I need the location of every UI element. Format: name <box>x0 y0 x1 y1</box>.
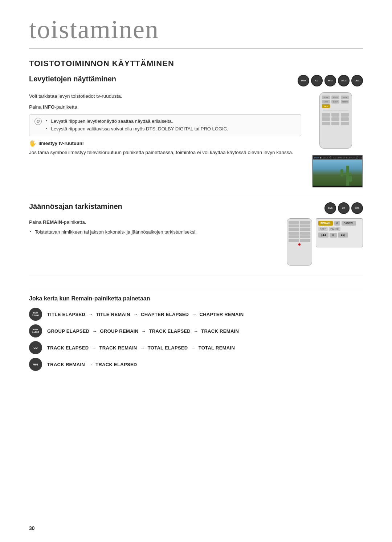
remain-row-mp3: MP3 TRACK REMAIN → TRACK ELAPSED <box>29 358 363 371</box>
screen-body: Jos tämä symboli ilmestyy televisioruutu… <box>29 149 301 157</box>
hand-icon: 🖐 <box>29 140 36 147</box>
disc-buttons-row2: DVD CD MP3 <box>324 202 363 214</box>
disc-icon-cd: CD <box>29 341 42 354</box>
cd-button[interactable]: CD <box>311 75 323 86</box>
remain-text-dvd-video: TITLE ELAPSED → TITLE REMAIN → CHAPTER E… <box>47 312 363 317</box>
jpeg-button[interactable]: JPEG <box>338 75 350 86</box>
svg-rect-0 <box>346 166 349 186</box>
divx-button[interactable]: DivX <box>351 75 363 86</box>
remain-text-mp3: TRACK REMAIN → TRACK ELAPSED <box>47 362 363 367</box>
info-bold: INFO <box>43 104 54 110</box>
disc-buttons-row1: DVD CD MP3 JPEG DivX <box>298 75 363 86</box>
remain-remote-image: REMAIN 0 CANCEL STEP PAUSE |◀◀ II ▶▶| <box>287 218 363 266</box>
svg-rect-3 <box>349 176 352 182</box>
svg-rect-1 <box>343 173 351 175</box>
mp3-button[interactable]: MP3 <box>324 75 336 86</box>
subsection1-title: Levytietojen näyttäminen <box>29 75 290 83</box>
subsection2-title: Jäännösajan tarkistaminen <box>29 202 317 211</box>
remain-bold: REMAIN <box>43 219 62 225</box>
body2-end: -painiketta. <box>55 104 79 110</box>
remote-control-image: SLOW VOICE ZOOM LOGO SLEEP DIMMER INFO <box>319 92 356 150</box>
note-box: Ø Levystä riippuen levytietonäyttö saatt… <box>29 114 301 136</box>
remain-row-dvd-audio: DVDAUDIO GROUP ELAPSED → GROUP REMAIN → … <box>29 324 363 337</box>
page-title: toistaminen <box>29 15 363 49</box>
disc-icon-mp3: MP3 <box>29 358 42 371</box>
remain-section: Joka kerta kun Remain-painiketta paineta… <box>29 288 363 371</box>
remain-text-cd: TRACK ELAPSED → TRACK REMAIN → TOTAL ELA… <box>47 345 363 351</box>
dvd-button2[interactable]: DVD <box>324 202 336 214</box>
mp3-button2[interactable]: MP3 <box>351 202 363 214</box>
subsection2-bullet: Toistettavan nimikkeen tai jakson kokona… <box>29 228 276 236</box>
cd-button2[interactable]: CD <box>338 202 350 214</box>
remain-row-dvd-video: DVDVIDEO TITLE ELAPSED → TITLE REMAIN → … <box>29 308 363 321</box>
note-bullet1: Levystä riippuen levytietonäyttö saattaa… <box>45 118 293 125</box>
remain-text-dvd-audio: GROUP ELAPSED → GROUP REMAIN → TRACK ELA… <box>47 328 363 334</box>
remain-body-end: -painiketta. <box>62 219 86 225</box>
disc-icon-dvdaudio: DVDAUDIO <box>29 324 42 337</box>
tv-screen-image: DVD ▶ 01/01 ⏱ 0021/040 ⏱ 01/05:27 🎵 1/1 … <box>312 155 363 187</box>
page-number: 30 <box>29 525 35 531</box>
subsection1-body2: Paina INFO-painiketta. <box>29 103 301 111</box>
note-icon: Ø <box>34 118 42 125</box>
screen-label: ilmestyy tv-ruutuun! <box>38 141 84 146</box>
dvd-button[interactable]: DVD <box>298 75 309 86</box>
note-bullet2: Levystä riippuen valittavissa voivat oll… <box>45 125 293 133</box>
subsection1-body1: Voit tarkistaa levyn toistotiedot tv-ruu… <box>29 92 301 100</box>
section-title: TOISTOTOIMINNON KÄYTTÄMINEN <box>29 59 363 68</box>
disc-icon-dvdvideo: DVDVIDEO <box>29 308 42 321</box>
svg-rect-2 <box>340 169 343 177</box>
remain-section-title: Joka kerta kun Remain-painiketta paineta… <box>29 295 363 302</box>
remain-row-cd: CD TRACK ELAPSED → TRACK REMAIN → TOTAL … <box>29 341 363 354</box>
subsection2-body1: Paina REMAIN-painiketta. <box>29 218 276 226</box>
